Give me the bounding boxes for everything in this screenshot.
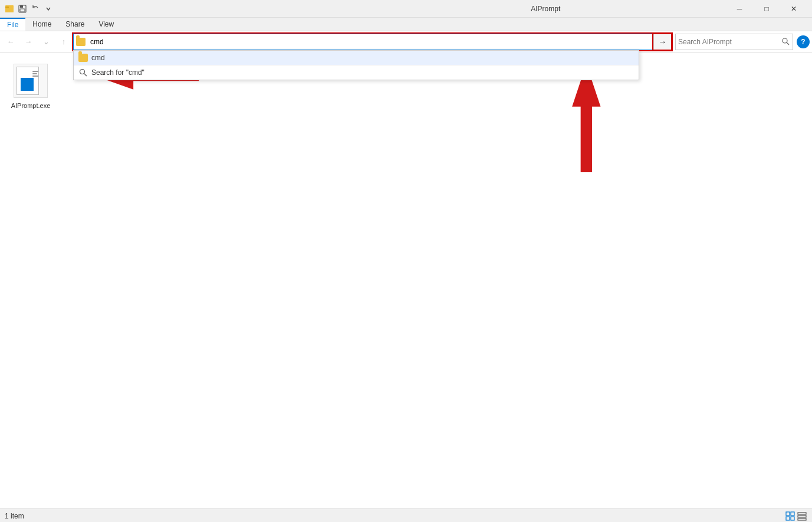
up-button[interactable]: ↑ [55,34,72,50]
close-button[interactable]: ✕ [780,0,807,18]
suggestion-cmd-text: cmd [91,54,105,62]
suggestion-folder-icon [78,53,88,63]
app-icon-lines [18,70,38,77]
title-bar-dropdown-icon[interactable] [44,4,53,14]
ribbon: File Home Share View [0,18,812,31]
tab-file[interactable]: File [0,18,25,31]
help-button[interactable]: ? [797,35,810,48]
annotations-overlay [0,52,812,508]
file-icon-wrapper [12,62,50,100]
svg-rect-16 [786,517,790,520]
window-title: AIPrompt [366,5,726,13]
file-name: AIPrompt.exe [11,102,51,109]
search-bar[interactable] [675,34,793,50]
back-button[interactable]: ← [2,34,19,50]
svg-line-7 [84,73,87,76]
content-area: AIPrompt.exe [0,52,812,508]
folder-icon-small [78,54,88,62]
app-icon-blue-square [21,78,34,91]
suggestion-search[interactable]: Search for "cmd" [74,65,639,80]
status-bar: 1 item [0,508,812,522]
ribbon-tabs: File Home Share View [0,18,812,31]
minimize-button[interactable]: ─ [726,0,753,18]
tab-share[interactable]: Share [58,18,91,31]
main-area: AIPrompt.exe [0,52,812,508]
suggestion-dropdown: cmd Search for "cmd" [73,50,639,80]
title-bar-save-icon[interactable] [18,4,27,14]
status-view-icons [785,511,807,521]
svg-rect-14 [786,512,790,516]
suggestion-cmd[interactable]: cmd [74,51,639,65]
title-bar: AIPrompt ─ □ ✕ [0,0,812,18]
tab-home[interactable]: Home [25,18,58,31]
status-item-count: 1 item [5,512,24,520]
svg-rect-2 [5,6,9,8]
svg-rect-18 [798,513,806,514]
svg-line-9 [787,42,789,45]
window-controls: ─ □ ✕ [726,0,807,18]
svg-rect-20 [798,518,806,520]
search-button[interactable] [778,34,793,50]
forward-button[interactable]: → [20,34,37,50]
line2 [32,73,37,74]
recent-button[interactable]: ⌄ [38,34,54,50]
address-folder-icon [74,38,88,46]
app-icon [14,64,48,98]
svg-rect-15 [791,512,794,516]
line1 [32,71,38,72]
address-bar[interactable]: → [73,34,672,50]
address-go-button[interactable]: → [653,34,671,50]
maximize-button[interactable]: □ [753,0,780,18]
tab-view[interactable]: View [91,18,121,31]
svg-marker-13 [572,64,600,172]
suggestion-search-text: Search for "cmd" [91,68,144,77]
folder-icon [76,38,86,46]
address-input[interactable] [88,37,653,47]
title-bar-icons [5,4,366,14]
svg-point-8 [783,38,787,43]
suggestion-search-icon [78,68,88,77]
svg-rect-19 [798,516,806,517]
view-grid-button[interactable] [785,511,795,521]
svg-rect-4 [20,5,23,8]
svg-rect-5 [20,9,25,12]
line3 [32,75,38,77]
app-icon-page [17,67,39,95]
title-bar-app-icon [5,4,14,14]
address-area: → cmd Search for "cmd" [73,34,672,50]
title-bar-undo-icon[interactable] [31,4,40,14]
view-list-button[interactable] [797,511,807,521]
nav-bar: ← → ⌄ ↑ → cmd [0,31,812,52]
search-input[interactable] [676,37,778,47]
file-item-aiprompt[interactable]: AIPrompt.exe [7,60,54,111]
svg-point-6 [80,69,85,74]
svg-rect-17 [791,517,794,520]
